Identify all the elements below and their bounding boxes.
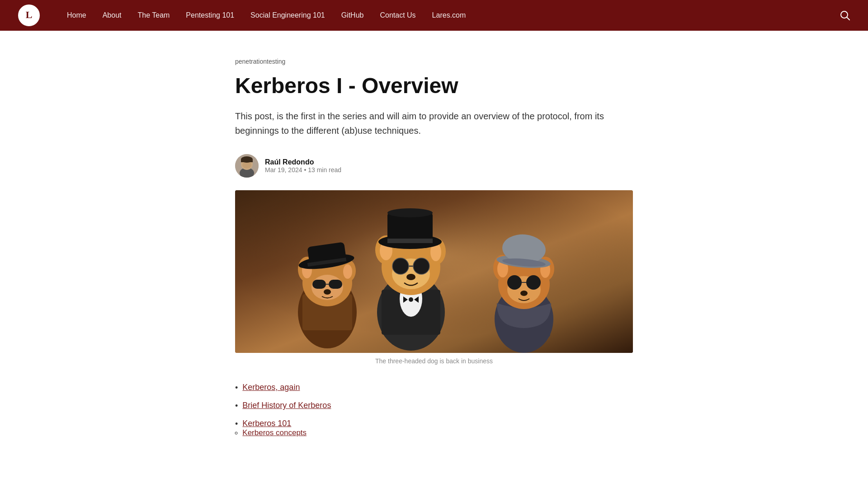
toc-link-kerberos-again[interactable]: Kerberos, again	[242, 383, 300, 392]
toc-link-kerberos-101[interactable]: Kerberos 101	[242, 419, 291, 428]
article-subtitle: This post, is the first in the series an…	[235, 109, 633, 138]
svg-point-17	[343, 264, 352, 279]
toc-item-kerberos-again: Kerberos, again	[235, 383, 633, 393]
svg-rect-8	[241, 160, 253, 162]
author-info: Raúl Redondo Mar 19, 2024 • 13 min read	[265, 158, 341, 174]
nav-item-home[interactable]: Home	[67, 11, 86, 19]
nav-item-social-engineering[interactable]: Social Engineering 101	[250, 11, 325, 19]
toc-list: Kerberos, again Brief History of Kerbero…	[235, 383, 633, 437]
svg-point-43	[406, 274, 415, 280]
nav-link-pentesting[interactable]: Pentesting 101	[186, 11, 234, 19]
svg-point-57	[526, 275, 541, 290]
nav-link-github[interactable]: GitHub	[341, 11, 364, 19]
main-content: penetrationtesting Kerberos I - Overview…	[217, 31, 651, 482]
svg-rect-47	[387, 239, 433, 243]
toc-item-kerberos-101: Kerberos 101 Kerberos concepts	[235, 419, 633, 437]
nav-item-the-team[interactable]: The Team	[138, 11, 170, 19]
nav-link-about[interactable]: About	[103, 11, 122, 19]
category-tag: penetrationtesting	[235, 58, 633, 65]
svg-point-46	[387, 208, 433, 217]
svg-line-2	[847, 17, 849, 20]
svg-point-31	[409, 297, 413, 302]
author-read-time: 13 min read	[308, 166, 341, 174]
svg-point-22	[324, 289, 331, 295]
author-name: Raúl Redondo	[265, 158, 341, 166]
author-row: Raúl Redondo Mar 19, 2024 • 13 min read	[235, 154, 633, 178]
nav-link-social-engineering[interactable]: Social Engineering 101	[250, 11, 325, 19]
toc-sub-link-kerberos-concepts[interactable]: Kerberos concepts	[242, 428, 307, 437]
toc-sublist: Kerberos concepts	[242, 428, 307, 437]
search-icon	[840, 10, 850, 20]
search-area[interactable]	[840, 10, 850, 20]
toc-item-brief-history: Brief History of Kerberos	[235, 401, 633, 411]
nav-item-github[interactable]: GitHub	[341, 11, 364, 19]
toc-sub-item-kerberos-concepts: Kerberos concepts	[242, 428, 307, 437]
image-caption: The three-headed dog is back in business	[235, 357, 633, 365]
avatar	[235, 154, 259, 178]
search-button[interactable]	[840, 10, 850, 20]
svg-rect-19	[312, 280, 326, 289]
svg-text:L: L	[26, 9, 33, 20]
author-date: Mar 19, 2024	[265, 166, 302, 174]
svg-rect-20	[329, 280, 342, 289]
nav-link-lares[interactable]: Lares.com	[432, 11, 466, 19]
article-image	[235, 190, 633, 353]
toc-link-brief-history[interactable]: Brief History of Kerberos	[242, 401, 331, 410]
svg-point-56	[507, 275, 522, 290]
site-logo[interactable]: L	[18, 5, 40, 26]
nav-link-the-team[interactable]: The Team	[138, 11, 170, 19]
logo-icon: L	[18, 5, 40, 26]
nav-links: Home About The Team Pentesting 101 Socia…	[67, 11, 840, 19]
nav-item-lares[interactable]: Lares.com	[432, 11, 466, 19]
author-read-separator: •	[304, 166, 308, 174]
navbar: L Home About The Team Pentesting 101 Soc…	[0, 0, 868, 31]
nav-item-about[interactable]: About	[103, 11, 122, 19]
nav-item-pentesting[interactable]: Pentesting 101	[186, 11, 234, 19]
svg-point-59	[520, 291, 528, 296]
article-image-container: The three-headed dog is back in business	[235, 190, 633, 365]
svg-rect-45	[387, 213, 433, 243]
nav-link-home[interactable]: Home	[67, 11, 86, 19]
nav-link-contact[interactable]: Contact Us	[380, 11, 415, 19]
nav-item-contact[interactable]: Contact Us	[380, 11, 415, 19]
article-title: Kerberos I - Overview	[235, 73, 633, 98]
author-meta: Mar 19, 2024 • 13 min read	[265, 166, 341, 174]
